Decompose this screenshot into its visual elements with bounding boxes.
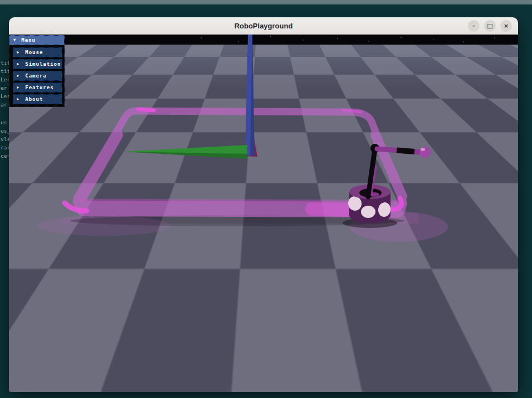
close-button[interactable]: ×: [500, 20, 512, 32]
scene-menu: ▼ Menu ▶ Mouse ▶ Simulation ▶ Camera: [9, 35, 65, 107]
robot-forearm-sleeve: [397, 151, 414, 152]
window-controls: – □ ×: [468, 20, 512, 32]
menu-item-about[interactable]: ▶ About: [13, 94, 62, 104]
app-window: RoboPlayground – □ ×: [9, 17, 518, 392]
scene-overlay: [9, 35, 518, 392]
simulation-viewport[interactable]: ▼ Menu ▶ Mouse ▶ Simulation ▶ Camera: [9, 35, 518, 392]
menu-item-label: Features: [25, 85, 53, 90]
menu-body: ▶ Mouse ▶ Simulation ▶ Camera ▶ Features: [9, 45, 65, 107]
terminal-text-fragment: ar: [1, 101, 7, 108]
menu-header[interactable]: ▼ Menu: [9, 35, 65, 45]
chevron-down-icon: ▼: [13, 38, 16, 43]
menu-item-label: Mouse: [25, 50, 43, 55]
maximize-button[interactable]: □: [484, 20, 496, 32]
boundary-left-wall: [81, 135, 118, 199]
window-titlebar[interactable]: RoboPlayground – □ ×: [9, 17, 518, 35]
menu-header-label: Menu: [21, 37, 36, 43]
menu-item-label: About: [25, 96, 43, 102]
chevron-right-icon: ▶: [17, 97, 19, 102]
terminal-text-fragment: er: [1, 85, 7, 91]
menu-item-label: Camera: [25, 73, 47, 79]
chevron-right-icon: ▶: [17, 50, 19, 55]
chevron-right-icon: ▶: [17, 62, 19, 67]
robot-ball-highlight: [421, 148, 425, 151]
terminal-text-fragment: us: [1, 119, 7, 125]
menu-item-camera[interactable]: ▶ Camera: [13, 71, 62, 81]
menu-item-simulation[interactable]: ▶ Simulation: [13, 59, 62, 69]
desktop-background: tit tit Ler er Ler ar us us_ vls rar ce=…: [0, 0, 532, 398]
menu-item-features[interactable]: ▶ Features: [13, 82, 62, 93]
menu-item-mouse[interactable]: ▶ Mouse: [13, 47, 62, 57]
robot-end-effector-ball: [419, 147, 431, 158]
chevron-right-icon: ▶: [17, 85, 19, 90]
desktop-top-bar: [0, 0, 532, 4]
minimize-button[interactable]: –: [468, 20, 480, 32]
robot-wheel-center: [361, 206, 375, 218]
window-title: RoboPlayground: [235, 22, 293, 30]
sky-stars: [201, 36, 495, 42]
axis-triad: [124, 35, 257, 159]
menu-item-label: Simulation: [25, 61, 61, 67]
chevron-right-icon: ▶: [17, 74, 19, 79]
